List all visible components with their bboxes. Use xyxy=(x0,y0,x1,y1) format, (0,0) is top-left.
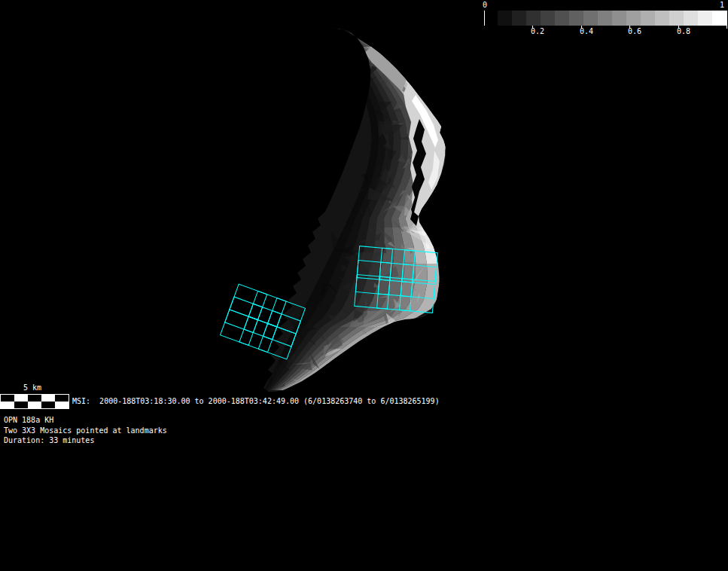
msi-time-range: MSI: 2000-188T03:18:30.00 to 2000-188T03… xyxy=(72,397,440,406)
asteroid-facet xyxy=(344,32,355,44)
colorbar-segment xyxy=(655,11,670,26)
checker-cell xyxy=(1,402,14,408)
asteroid-facet xyxy=(355,43,361,55)
colorbar-tick-label: 0.2 xyxy=(531,27,544,35)
asteroid-shade-quad xyxy=(370,146,379,155)
scalebar-label: 5 km xyxy=(23,383,41,392)
asteroid-facet xyxy=(340,35,356,47)
colorbar-segment xyxy=(541,11,556,26)
asteroid-shade-quad xyxy=(347,38,360,47)
asteroid-shade-quad xyxy=(337,38,345,47)
viewport: 0 1 0.20.40.60.8 5 km MSI: 2000-188T03:1… xyxy=(0,0,728,571)
colorbar-segment xyxy=(512,11,527,26)
asteroid-facet xyxy=(355,71,372,76)
asteroid-shade-quad xyxy=(340,38,348,47)
asteroid-shade-quad xyxy=(345,47,354,56)
asteroid-facet xyxy=(343,35,349,56)
colorbar-zero-tick xyxy=(484,11,485,26)
asteroid-shade-quad xyxy=(354,47,364,56)
asteroid-shade-quad xyxy=(359,65,369,74)
colorbar-tick-label: 0.6 xyxy=(628,27,641,35)
colorbar-segment xyxy=(712,11,727,26)
asteroid-shade-quad xyxy=(354,56,364,65)
asteroid-shade-quad xyxy=(415,255,427,264)
asteroid-shade-quad xyxy=(425,282,440,291)
asteroid-shade-quad xyxy=(359,83,368,92)
asteroid-facet xyxy=(346,38,351,45)
colorbar-segment xyxy=(669,11,684,26)
asteroid-shade-quad xyxy=(338,29,356,38)
asteroid-shade-quad xyxy=(348,47,358,56)
duration-label: Duration: 33 minutes xyxy=(4,436,94,445)
asteroid-facet xyxy=(358,87,367,96)
asteroid-facet xyxy=(352,35,373,39)
asteroid-shade-quad xyxy=(351,65,360,74)
asteroid-shade-quad xyxy=(351,47,361,56)
colorbar-tick-label: 0.4 xyxy=(580,27,593,35)
asteroid-surface xyxy=(264,29,454,390)
asteroid-shade-quad xyxy=(393,255,404,264)
colorbar-segment xyxy=(612,11,627,26)
checker-cell xyxy=(1,395,14,402)
asteroid-shade-quad xyxy=(367,227,376,237)
asteroid-facet xyxy=(354,57,356,63)
colorbar-segment xyxy=(698,11,713,26)
asteroid-shade-quad xyxy=(358,56,368,65)
asteroid-shade-quad xyxy=(352,38,368,47)
asteroid-shade-quad xyxy=(347,56,355,65)
opn-id: OPN 188a KH xyxy=(4,416,53,425)
asteroid-shade-quad xyxy=(427,264,439,273)
asteroid-shade-quad xyxy=(341,38,351,47)
colorbar-segment xyxy=(498,11,513,26)
asteroid-shade-quad xyxy=(384,218,392,227)
checker-cell xyxy=(28,395,41,402)
asteroid-facet xyxy=(352,44,361,57)
asteroid-shade-quad xyxy=(336,29,347,38)
asteroid-shade-quad xyxy=(355,74,364,83)
colorbar-tick xyxy=(726,26,727,29)
asteroid-facet xyxy=(410,83,412,84)
asteroid-shade-quad xyxy=(355,65,365,74)
asteroid-shade-quad xyxy=(360,74,370,83)
colorbar-min-label: 0 xyxy=(483,1,487,10)
colorbar-segment xyxy=(555,11,570,26)
asteroid-facet xyxy=(343,35,349,37)
colorbar-segment xyxy=(526,11,541,26)
colorbar-tick-label: 0.8 xyxy=(677,27,690,35)
mosaic-description: Two 3X3 Mosaics pointed at landmarks xyxy=(4,426,167,435)
checker-cell xyxy=(14,402,28,408)
asteroid-facet xyxy=(363,60,368,75)
checker-cell xyxy=(14,395,28,402)
colorbar-max-label: 1 xyxy=(720,1,724,10)
colorbar-segment xyxy=(583,11,599,26)
asteroid-shade-quad xyxy=(334,29,343,38)
asteroid-shade-quad xyxy=(335,29,345,38)
asteroid-shade-quad xyxy=(377,146,385,155)
asteroid-shade-quad xyxy=(343,47,351,56)
asteroid-render xyxy=(0,0,728,571)
checker-cell xyxy=(55,402,69,408)
asteroid-shade-quad xyxy=(400,146,408,155)
asteroid-facet xyxy=(356,75,368,75)
checker-cell xyxy=(55,395,69,402)
asteroid-facet xyxy=(349,42,358,46)
colorbar-segment xyxy=(569,11,584,26)
asteroid-shade-quad xyxy=(338,29,355,38)
asteroid-shade-quad xyxy=(427,273,439,282)
asteroid-shade-quad xyxy=(425,255,438,264)
checker-cell xyxy=(41,402,55,408)
asteroid-facet xyxy=(361,48,364,56)
asteroid-shade-quad xyxy=(393,237,404,246)
asteroid-shade-quad xyxy=(370,119,378,128)
asteroid-shade-quad xyxy=(371,128,379,137)
asteroid-shade-quad xyxy=(366,273,380,282)
asteroid-facet xyxy=(353,56,363,63)
colorbar-segment xyxy=(626,11,641,26)
checker-cell xyxy=(41,395,55,402)
asteroid-shade-quad xyxy=(345,38,357,47)
checker-cell xyxy=(28,402,41,408)
asteroid-shade-quad xyxy=(334,29,342,38)
asteroid-facet xyxy=(356,69,365,71)
asteroid-shade-quad xyxy=(337,29,349,38)
colorbar-segment xyxy=(598,11,613,26)
